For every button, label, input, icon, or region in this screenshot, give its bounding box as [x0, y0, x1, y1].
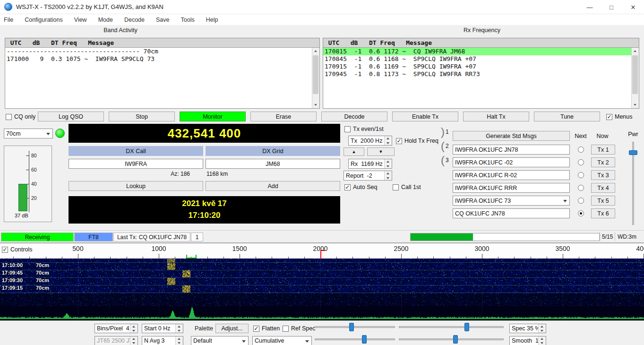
tx5-next-radio[interactable] [578, 198, 584, 204]
spin-down-icon[interactable] [539, 341, 546, 345]
spin-up-icon[interactable] [385, 136, 392, 141]
spinner-buttons[interactable] [384, 136, 392, 145]
tx4-now-button[interactable]: Tx 4 [591, 183, 615, 193]
spectrum-canvas[interactable] [0, 306, 644, 320]
spinner-buttons[interactable] [175, 336, 183, 345]
gain-slider-1[interactable] [315, 322, 395, 332]
enable-tx-button[interactable]: Enable Tx [392, 112, 458, 121]
pwr-slider-handle[interactable] [629, 150, 637, 155]
spin-up-icon[interactable] [539, 336, 546, 341]
slider-handle[interactable] [362, 335, 367, 344]
spin-down-icon[interactable] [176, 341, 183, 345]
spinner-buttons[interactable] [538, 336, 546, 345]
tx2-next-radio[interactable] [578, 159, 584, 165]
tx2-message-field[interactable]: IW9FRA OK1UFC -02 [453, 157, 570, 167]
tab-1[interactable]: ) 1 [441, 126, 453, 138]
gain-slider-2[interactable] [315, 335, 395, 344]
report-spinner[interactable]: Report -2 [343, 171, 392, 181]
tx3-message-field[interactable]: IW9FRA OK1UFC R-02 [453, 170, 570, 180]
decode-row[interactable]: 170945 -1 0.8 1173 ~ SP9CLQ IW9FRA RR73 [323, 70, 632, 78]
spin-down-icon[interactable] [176, 328, 183, 333]
controls-checkbox[interactable]: ✓ Controls [2, 246, 34, 253]
spinner-buttons[interactable] [175, 324, 183, 333]
spinner-buttons[interactable] [384, 171, 392, 180]
zero-slider-1[interactable] [399, 322, 504, 332]
scroll-up-icon[interactable] [312, 48, 319, 54]
spinner-buttons[interactable] [384, 159, 392, 168]
halt-tx-button[interactable]: Halt Tx [463, 112, 529, 121]
menu-tools[interactable]: Tools [181, 17, 195, 23]
tx1-message-field[interactable]: IW9FRA OK1UFC JN78 [453, 145, 570, 155]
dx-call-field[interactable]: IW9FRA [69, 159, 203, 169]
scroll-up-icon[interactable] [632, 48, 638, 54]
menu-save[interactable]: Save [156, 17, 170, 23]
spin-up-icon[interactable] [539, 324, 546, 328]
palette-select[interactable]: Default [191, 336, 249, 345]
waterfall-canvas[interactable] [0, 259, 644, 306]
tx6-message-field[interactable]: CQ OK1UFC JN78 [453, 208, 570, 218]
tx6-next-radio[interactable] [578, 210, 584, 216]
menu-decode[interactable]: Decode [124, 17, 145, 23]
menu-view[interactable]: View [74, 17, 87, 23]
n-avg-spinner[interactable]: N Avg 3 [142, 336, 183, 345]
start-freq-spinner[interactable]: Start 0 Hz [142, 324, 183, 333]
minimize-button[interactable]: — [579, 0, 601, 14]
spin-up-icon[interactable] [385, 171, 392, 176]
spin-down-icon[interactable] [130, 328, 137, 333]
spin-up-icon[interactable] [176, 336, 183, 341]
slider-handle[interactable] [453, 335, 458, 344]
decode-row[interactable]: 170845 -1 0.6 1168 ~ SP9CLQ IW9FRA +07 [323, 55, 632, 63]
wide-graph-ruler[interactable]: ✓ Controls 50010001500200025003000350040… [0, 242, 644, 259]
tx-even-checkbox[interactable]: Tx even/1st [344, 125, 384, 133]
spin-down-icon[interactable] [385, 176, 392, 181]
tx5-message-combo[interactable]: IW9FRA OK1UFC 73 [453, 196, 570, 206]
freq-down-button[interactable]: ▼ [367, 147, 395, 156]
tab-3[interactable]: ( 3 [441, 154, 453, 166]
menu-help[interactable]: Help [206, 17, 218, 23]
scroll-down-icon[interactable] [632, 102, 638, 108]
scroll-down-icon[interactable] [312, 102, 319, 108]
generate-std-msgs-button[interactable]: Generate Std Msgs [453, 131, 570, 141]
tab-2[interactable]: ( 2 [441, 140, 453, 152]
cq-only-checkbox[interactable]: CQ only [6, 113, 35, 121]
spin-up-icon[interactable] [130, 324, 137, 328]
hold-tx-freq-checkbox[interactable]: ✓ Hold Tx Freq [396, 137, 438, 145]
tx4-next-radio[interactable] [578, 185, 584, 191]
spinner-buttons[interactable] [538, 324, 546, 333]
close-button[interactable]: ✕ [622, 0, 644, 14]
tx3-now-button[interactable]: Tx 3 [591, 170, 615, 180]
decode-button[interactable]: Decode [321, 112, 387, 121]
decode-row[interactable]: 170815 -1 0.6 1172 ~ CQ IW9FRA JM68 [323, 48, 632, 55]
spectrum-mode-select[interactable]: Cumulative [252, 336, 312, 345]
erase-button[interactable]: Erase [250, 112, 317, 121]
freq-up-button[interactable]: ▲ [343, 147, 364, 156]
scrollbar-thumb[interactable] [313, 55, 318, 94]
rx-frequency-scrollbar[interactable] [631, 48, 639, 108]
spec-percent-spinner[interactable]: Spec 35 % [509, 324, 546, 333]
tx3-next-radio[interactable] [578, 172, 584, 178]
smooth-spinner[interactable]: Smooth 1 [509, 336, 546, 345]
add-button[interactable]: Add [206, 181, 340, 191]
zero-slider-2[interactable] [399, 335, 504, 344]
menu-mode[interactable]: Mode [98, 17, 113, 23]
spin-down-icon[interactable] [385, 141, 392, 146]
menu-file[interactable]: File [4, 17, 13, 23]
tx5-now-button[interactable]: Tx 5 [591, 196, 615, 206]
tune-button[interactable]: Tune [534, 112, 600, 121]
tx2-now-button[interactable]: Tx 2 [591, 157, 615, 167]
ref-spec-checkbox[interactable]: Ref Spec [283, 325, 315, 332]
menus-checkbox[interactable]: ✓ Menus [606, 113, 633, 121]
call-first-checkbox[interactable]: Call 1st [393, 183, 421, 191]
tx6-now-button[interactable]: Tx 6 [591, 208, 615, 218]
band-select[interactable]: 70cm [4, 129, 53, 138]
tx4-message-field[interactable]: IW9FRA OK1UFC RRR [453, 183, 570, 193]
log-qso-button[interactable]: Log QSO [38, 112, 104, 121]
rx-freq-spinner[interactable]: Rx 1169 Hz [348, 159, 392, 169]
decode-row[interactable]: ------------------------------------ 70c… [5, 48, 312, 55]
spin-down-icon[interactable] [539, 328, 546, 333]
decode-row[interactable]: 170915 -1 0.6 1169 ~ SP9CLQ IW9FRA +07 [323, 63, 632, 70]
lookup-button[interactable]: Lookup [69, 181, 203, 191]
scrollbar-thumb[interactable] [632, 55, 638, 94]
slider-handle[interactable] [464, 323, 469, 331]
dx-grid-field[interactable]: JM68 [206, 159, 340, 169]
